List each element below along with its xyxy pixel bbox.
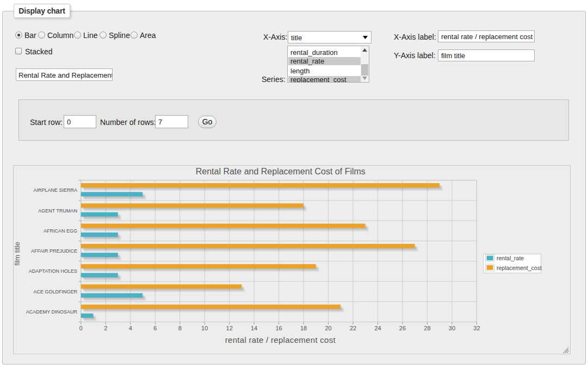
svg-text:film title: film title [13,242,21,266]
svg-text:14: 14 [251,325,257,331]
svg-text:30: 30 [449,325,455,331]
svg-text:AIRPLANE SIERRA: AIRPLANE SIERRA [33,187,77,193]
svg-text:ACADEMY DINOSAUR: ACADEMY DINOSAUR [26,309,78,315]
svg-text:26: 26 [399,325,406,331]
svg-text:Rental Rate and Replacement Co: Rental Rate and Replacement Cost of Film… [196,167,366,176]
svg-text:rental_rate: rental_rate [497,255,524,261]
svg-text:10: 10 [201,325,208,331]
svg-text:8: 8 [178,325,182,331]
svg-text:2: 2 [104,325,107,331]
svg-text:24: 24 [374,325,381,331]
svg-text:20: 20 [325,325,331,331]
svg-text:ADAPTATION HOLES: ADAPTATION HOLES [29,268,77,274]
svg-text:rental rate / replacement cost: rental rate / replacement cost [225,335,336,344]
svg-text:replacement_cost: replacement_cost [497,265,542,271]
svg-text:AGENT TRUMAN: AGENT TRUMAN [38,208,77,214]
svg-text:22: 22 [350,325,356,331]
svg-text:28: 28 [424,325,430,331]
svg-text:4: 4 [129,325,132,331]
svg-text:0: 0 [79,325,83,331]
svg-text:ACE GOLDFINGER: ACE GOLDFINGER [33,289,77,294]
svg-text:18: 18 [300,325,307,331]
svg-text:12: 12 [226,325,233,331]
svg-text:AFFAIR PREJUDICE: AFFAIR PREJUDICE [31,248,77,254]
svg-text:32: 32 [473,325,480,331]
svg-text:16: 16 [275,325,282,331]
svg-text:AFRICAN EGG: AFRICAN EGG [44,228,77,234]
svg-text:6: 6 [153,325,157,331]
